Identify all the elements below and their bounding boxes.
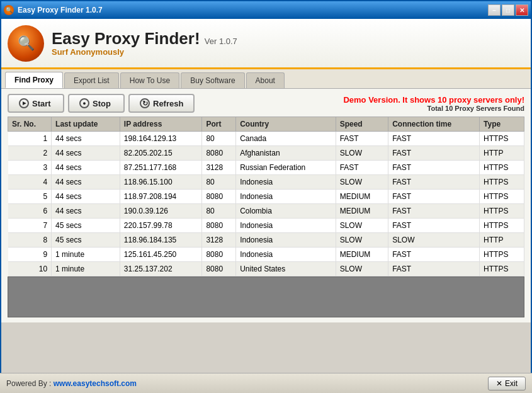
cell-6: FAST bbox=[388, 248, 480, 262]
header-text: Easy Proxy Finder! Ver 1.0.7 Surf Anonym… bbox=[52, 30, 237, 57]
cell-5: SLOW bbox=[336, 175, 388, 190]
cell-2: 190.0.39.126 bbox=[120, 204, 202, 219]
cell-4: United States bbox=[236, 262, 336, 276]
cell-5: SLOW bbox=[336, 262, 388, 276]
title-controls: – □ ✕ bbox=[488, 4, 528, 16]
tab-export-list[interactable]: Export List bbox=[64, 72, 119, 88]
cell-3: 8080 bbox=[202, 146, 236, 161]
cell-5: MEDIUM bbox=[336, 248, 388, 262]
tab-about[interactable]: About bbox=[246, 72, 285, 88]
cell-2: 31.25.137.202 bbox=[120, 262, 202, 276]
cell-5: FAST bbox=[336, 132, 388, 146]
cell-1: 45 secs bbox=[52, 233, 120, 248]
cell-2: 118.96.184.135 bbox=[120, 233, 202, 248]
cell-2: 118.96.15.100 bbox=[120, 175, 202, 190]
minimize-button[interactable]: – bbox=[488, 4, 501, 16]
cell-7: HTTPS bbox=[480, 132, 524, 146]
cell-4: Colombia bbox=[236, 204, 336, 219]
table-row: 544 secs118.97.208.1948080IndonesiaMEDIU… bbox=[8, 190, 524, 204]
empty-area bbox=[8, 276, 524, 317]
table-row: 444 secs118.96.15.10080IndonesiaSLOWFAST… bbox=[8, 175, 524, 190]
stop-icon bbox=[79, 98, 89, 108]
cell-2: 82.205.202.15 bbox=[120, 146, 202, 161]
cell-1: 1 minute bbox=[52, 262, 120, 276]
table-row: 644 secs190.0.39.12680ColombiaMEDIUMFAST… bbox=[8, 204, 524, 219]
play-icon bbox=[19, 98, 29, 108]
col-ip: IP address bbox=[120, 117, 202, 132]
table-body: 144 secs198.164.129.1380CanadaFASTFASTHT… bbox=[8, 132, 524, 276]
tab-how-to-use[interactable]: How To Use bbox=[120, 72, 179, 88]
app-icon: 🔍 bbox=[4, 5, 14, 15]
cell-5: MEDIUM bbox=[336, 204, 388, 219]
cell-6: FAST bbox=[388, 175, 480, 190]
cell-0: 9 bbox=[8, 248, 52, 262]
cell-1: 44 secs bbox=[52, 161, 120, 175]
col-country: Country bbox=[236, 117, 336, 132]
cell-0: 2 bbox=[8, 146, 52, 161]
cell-3: 8080 bbox=[202, 248, 236, 262]
exit-button[interactable]: ✕ Exit bbox=[488, 377, 526, 390]
cell-3: 80 bbox=[202, 204, 236, 219]
footer: Powered By : www.easytechsoft.com ✕ Exit bbox=[0, 373, 532, 393]
cell-2: 118.97.208.194 bbox=[120, 190, 202, 204]
demo-notice: Demo Version. It shows 10 proxy servers … bbox=[343, 95, 524, 112]
cell-1: 45 secs bbox=[52, 219, 120, 233]
cell-7: HTTPS bbox=[480, 262, 524, 276]
cell-4: Indonesia bbox=[236, 248, 336, 262]
col-type: Type bbox=[480, 117, 524, 132]
table-row: 144 secs198.164.129.1380CanadaFASTFASTHT… bbox=[8, 132, 524, 146]
cell-0: 5 bbox=[8, 190, 52, 204]
cell-2: 125.161.45.250 bbox=[120, 248, 202, 262]
cell-2: 87.251.177.168 bbox=[120, 161, 202, 175]
title-text: Easy Proxy Finder 1.0.7 bbox=[18, 6, 103, 14]
action-buttons: Start Stop Refresh bbox=[8, 94, 195, 113]
table-header: Sr. No. Last update IP address Port Coun… bbox=[8, 117, 524, 132]
col-speed: Speed bbox=[336, 117, 388, 132]
maximize-button[interactable]: □ bbox=[502, 4, 514, 16]
cell-3: 80 bbox=[202, 132, 236, 146]
cell-6: FAST bbox=[388, 132, 480, 146]
table-row: 745 secs220.157.99.788080IndonesiaSLOWFA… bbox=[8, 219, 524, 233]
refresh-button[interactable]: Refresh bbox=[128, 94, 195, 113]
close-button[interactable]: ✕ bbox=[516, 4, 528, 16]
exit-icon: ✕ bbox=[496, 379, 502, 388]
header-row: Sr. No. Last update IP address Port Coun… bbox=[8, 117, 524, 132]
stop-button[interactable]: Stop bbox=[68, 94, 125, 113]
cell-5: SLOW bbox=[336, 233, 388, 248]
app-header: Easy Proxy Finder! Ver 1.0.7 Surf Anonym… bbox=[1, 19, 531, 69]
cell-7: HTTPS bbox=[480, 161, 524, 175]
table-row: 344 secs87.251.177.1683128Russian Federa… bbox=[8, 161, 524, 175]
cell-6: FAST bbox=[388, 161, 480, 175]
cell-7: HTTPS bbox=[480, 248, 524, 262]
cell-1: 44 secs bbox=[52, 146, 120, 161]
table-row: 244 secs82.205.202.158080AfghanistanSLOW… bbox=[8, 146, 524, 161]
start-button[interactable]: Start bbox=[8, 94, 64, 113]
cell-3: 8080 bbox=[202, 262, 236, 276]
proxy-table-container: Sr. No. Last update IP address Port Coun… bbox=[8, 117, 524, 276]
tab-find-proxy[interactable]: Find Proxy bbox=[5, 72, 63, 88]
cell-4: Russian Federation bbox=[236, 161, 336, 175]
cell-1: 44 secs bbox=[52, 132, 120, 146]
website-link[interactable]: www.easytechsoft.com bbox=[54, 379, 137, 388]
tab-buy-software[interactable]: Buy Software bbox=[181, 72, 244, 88]
cell-3: 8080 bbox=[202, 190, 236, 204]
cell-0: 1 bbox=[8, 132, 52, 146]
cell-1: 44 secs bbox=[52, 190, 120, 204]
cell-1: 1 minute bbox=[52, 248, 120, 262]
title-bar-left: 🔍 Easy Proxy Finder 1.0.7 bbox=[4, 5, 103, 15]
cell-7: HTTP bbox=[480, 146, 524, 161]
col-port: Port bbox=[202, 117, 236, 132]
cell-3: 3128 bbox=[202, 161, 236, 175]
main-content: Start Stop Refresh Demo Version. It show… bbox=[1, 89, 531, 322]
cell-6: FAST bbox=[388, 262, 480, 276]
cell-6: SLOW bbox=[388, 233, 480, 248]
demo-version-text: Demo Version. It shows 10 proxy servers … bbox=[343, 95, 524, 105]
cell-1: 44 secs bbox=[52, 204, 120, 219]
app-logo bbox=[8, 25, 44, 62]
col-sr-no: Sr. No. bbox=[8, 117, 52, 132]
cell-5: SLOW bbox=[336, 219, 388, 233]
tab-bar: Find Proxy Export List How To Use Buy So… bbox=[1, 69, 531, 89]
cell-0: 7 bbox=[8, 219, 52, 233]
cell-7: HTTPS bbox=[480, 204, 524, 219]
cell-0: 10 bbox=[8, 262, 52, 276]
